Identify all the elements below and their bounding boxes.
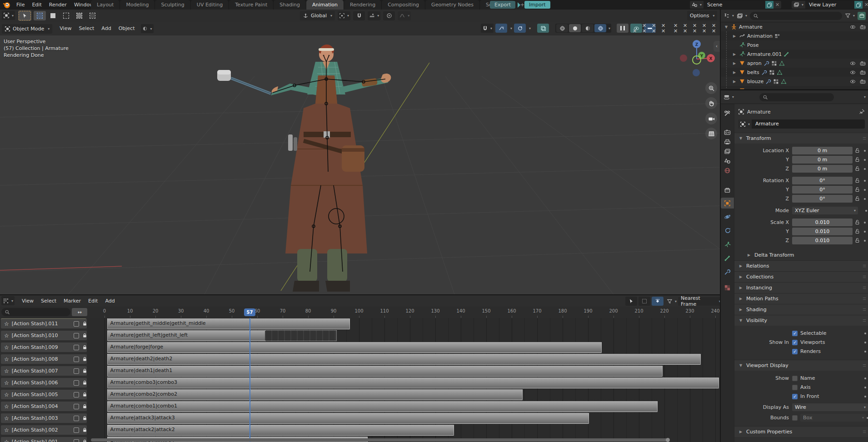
x-icon[interactable]: ✕ xyxy=(661,29,665,34)
animate-dot[interactable] xyxy=(862,180,868,182)
channel-row[interactable]: ☆[Action Stash].011 xyxy=(1,319,87,328)
disclosure-collapsed-icon[interactable]: ▶ xyxy=(732,79,737,84)
star-icon[interactable]: ☆ xyxy=(4,415,9,422)
channel-row[interactable]: ☆[Action Stash].005 xyxy=(1,390,87,399)
value-field[interactable]: 0° xyxy=(792,195,853,203)
x-icon[interactable]: ✕ xyxy=(642,23,646,28)
object-name-field[interactable]: Armature xyxy=(752,119,865,129)
channel-lock-icon[interactable] xyxy=(82,344,88,350)
animate-dot[interactable] xyxy=(862,159,868,161)
x-icon[interactable]: ✕ xyxy=(702,29,706,34)
gizmo-toggle-button[interactable] xyxy=(514,24,526,33)
animate-dot[interactable] xyxy=(864,210,868,212)
nla-strip[interactable]: Armature|death1|death1 xyxy=(107,366,663,377)
channel-lock-icon[interactable] xyxy=(82,321,88,327)
pin-button[interactable] xyxy=(859,109,865,114)
strip-hold-region[interactable] xyxy=(265,330,337,341)
lock-toggle[interactable] xyxy=(853,219,862,225)
panel-motion-paths[interactable]: ▶Motion Paths:::: xyxy=(734,293,868,304)
animate-dot[interactable] xyxy=(862,189,868,191)
workspace-tab-compositing[interactable]: Compositing xyxy=(382,0,425,10)
channel-row[interactable]: ☆[Action Stash].002 xyxy=(1,425,87,435)
viewport-menu-object[interactable]: Object xyxy=(115,22,139,35)
panel-relations[interactable]: ▶Relations:::: xyxy=(734,260,868,271)
outliner-item-armature-001[interactable]: ▶Armature.001 xyxy=(721,50,868,59)
channel-lock-icon[interactable] xyxy=(82,427,88,433)
scene-dropdown[interactable]: ▾ xyxy=(690,1,703,9)
checkbox-renders[interactable]: ✓ xyxy=(792,349,798,354)
channel-checkbox[interactable] xyxy=(74,357,79,362)
channel-checkbox[interactable] xyxy=(74,368,79,374)
export-button[interactable]: Export xyxy=(490,1,515,9)
nla-strip[interactable]: Armature|forge|forge xyxy=(107,342,602,353)
outliner-item-apron[interactable]: ▶apron xyxy=(721,59,868,68)
select-mode-extend[interactable] xyxy=(47,11,59,20)
disclosure-expanded-icon[interactable]: ▼ xyxy=(723,25,729,29)
nla-strip[interactable]: Armature|attack3|attack3 xyxy=(107,413,589,424)
animate-dot[interactable] xyxy=(862,150,868,152)
outliner-search-input[interactable] xyxy=(750,12,842,20)
x-icon[interactable]: ✕ xyxy=(642,29,646,34)
channel-lock-icon[interactable] xyxy=(82,403,88,409)
star-icon[interactable]: ☆ xyxy=(4,333,9,339)
x-icon[interactable]: ✕ xyxy=(633,29,637,34)
lock-toggle[interactable] xyxy=(853,196,862,202)
channel-lock-icon[interactable] xyxy=(82,380,88,386)
playhead-line[interactable] xyxy=(249,318,250,442)
properties-tab-collection[interactable] xyxy=(721,184,734,195)
value-field[interactable]: 0.010 xyxy=(792,219,853,226)
lock-toggle[interactable] xyxy=(853,228,862,234)
workspace-tab-rendering[interactable]: Rendering xyxy=(344,0,382,10)
star-icon[interactable]: ☆ xyxy=(4,344,9,351)
value-field[interactable]: 0.010 xyxy=(792,228,853,235)
panel-transform[interactable]: ▼Transform:::: xyxy=(734,133,868,144)
channel-checkbox[interactable] xyxy=(74,427,79,433)
star-icon[interactable]: ☆ xyxy=(4,368,9,374)
ds-select-tool-button[interactable] xyxy=(625,297,637,306)
animate-dot[interactable] xyxy=(862,342,868,343)
active-tool-select-box[interactable] xyxy=(18,10,31,21)
dopesheet-menu-edit[interactable]: Edit xyxy=(85,295,101,307)
x-icon[interactable]: ✕ xyxy=(673,23,678,28)
snap-mode-dropdown[interactable]: Nearest Frame▾ xyxy=(678,297,720,306)
disable-render-toggle[interactable] xyxy=(860,60,866,66)
sidebar-collapse-arrow[interactable]: ‹ xyxy=(713,41,720,52)
animate-dot[interactable] xyxy=(866,417,868,419)
x-icon[interactable]: ✕ xyxy=(661,23,665,28)
value-field[interactable]: 0° xyxy=(792,177,853,184)
properties-tab-object[interactable] xyxy=(721,198,734,209)
channel-row[interactable]: ☆[Action Stash].010 xyxy=(1,331,87,340)
orientation-gizmo[interactable]: Z X Y xyxy=(675,36,717,78)
workspace-tab-uv-editing[interactable]: UV Editing xyxy=(191,0,229,10)
channel-lock-icon[interactable] xyxy=(82,392,88,397)
transform-overlay-dropdown[interactable]: ▾ xyxy=(141,24,153,33)
outliner-filter-mode-dropdown[interactable]: ▾ xyxy=(737,13,747,19)
scene-unlink-button[interactable]: ✕ xyxy=(773,1,781,9)
panel-collections[interactable]: ▶Collections:::: xyxy=(734,271,868,282)
value-field[interactable]: 0.010 xyxy=(792,237,853,244)
nla-strip[interactable]: Armature|combo1|combo1 xyxy=(107,401,658,412)
disable-render-toggle[interactable] xyxy=(860,24,866,30)
snap-settings-dropdown[interactable]: ▾ xyxy=(368,11,380,20)
select-mode-subtract[interactable] xyxy=(60,11,72,20)
value-field[interactable]: 0° xyxy=(792,186,853,194)
view-layer-unlink-button[interactable]: ✕ xyxy=(863,1,868,9)
outliner-display-mode-dropdown[interactable]: ▾ xyxy=(723,13,734,19)
x-icon[interactable]: ✕ xyxy=(652,29,656,34)
animate-dot[interactable] xyxy=(862,198,868,200)
menu-file[interactable]: File xyxy=(13,0,28,10)
rotation-mode-dropdown[interactable]: XYZ Euler▾ xyxy=(792,207,858,214)
channel-lock-icon[interactable] xyxy=(82,368,88,374)
options-dropdown[interactable]: Options▾ xyxy=(687,11,717,20)
proportional-dropdown[interactable]: ▾ xyxy=(510,26,512,30)
proportional-falloff-dropdown[interactable]: ▾ xyxy=(398,11,411,20)
pan-hand-button[interactable] xyxy=(705,97,717,109)
proportional-edit-button[interactable] xyxy=(495,24,507,33)
properties-tab-physics[interactable] xyxy=(721,211,734,222)
disclosure-collapsed-icon[interactable]: ▶ xyxy=(732,70,737,74)
shading-wireframe-button[interactable] xyxy=(556,24,568,32)
star-icon[interactable]: ☆ xyxy=(4,439,9,442)
nla-strip[interactable]: Armature|death2|death2 xyxy=(107,354,701,365)
channel-checkbox[interactable] xyxy=(74,392,79,397)
dope-sheet-editor-dropdown[interactable]: ▾ xyxy=(1,296,15,305)
